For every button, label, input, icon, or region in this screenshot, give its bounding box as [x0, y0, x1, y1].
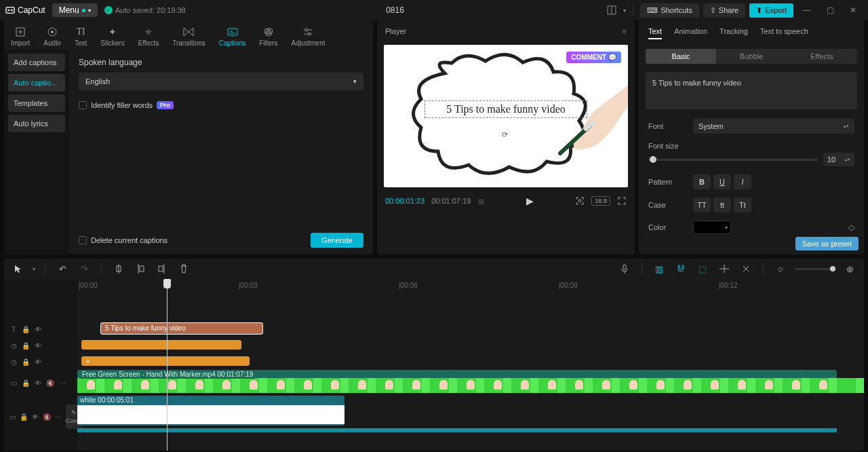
- tab-text[interactable]: TIText: [73, 23, 88, 50]
- split-button[interactable]: [111, 261, 126, 276]
- share-button[interactable]: ⇧ Share: [703, 3, 745, 18]
- sidebar-item-auto-lyrics[interactable]: Auto lyrics: [8, 115, 65, 132]
- lock-icon[interactable]: 🔒: [20, 413, 28, 421]
- color-picker[interactable]: ▾: [693, 221, 731, 234]
- eye-icon[interactable]: 👁: [34, 358, 42, 366]
- lock-icon[interactable]: 🔒: [22, 358, 30, 366]
- mute-icon[interactable]: 🔇: [43, 413, 51, 421]
- caption-text-input[interactable]: 5 Tips to make funny video: [646, 72, 857, 109]
- tab-text-to-speech[interactable]: Text to speech: [760, 27, 808, 39]
- playhead-handle[interactable]: [163, 279, 171, 288]
- tab-captions[interactable]: Captions: [218, 23, 247, 50]
- redo-button[interactable]: ↷: [77, 261, 92, 276]
- video-track-icon[interactable]: ▭: [9, 413, 16, 421]
- eye-icon[interactable]: 👁: [34, 326, 42, 333]
- case-title-button[interactable]: Tt: [734, 197, 751, 212]
- mute-icon[interactable]: 🔇: [46, 379, 54, 387]
- effect-clip[interactable]: ✦: [81, 356, 250, 366]
- video-track-icon[interactable]: ▭: [9, 379, 18, 387]
- chevron-down-icon[interactable]: ▾: [623, 7, 626, 14]
- zoom-out-icon[interactable]: ○: [773, 261, 788, 276]
- italic-button[interactable]: I: [734, 174, 751, 189]
- reset-icon[interactable]: ◇: [848, 223, 854, 232]
- language-select[interactable]: English ▾: [79, 73, 363, 90]
- bold-button[interactable]: B: [693, 174, 711, 189]
- fontsize-slider[interactable]: [648, 159, 818, 161]
- mic-icon[interactable]: [617, 261, 632, 276]
- magnet-icon[interactable]: [673, 261, 688, 276]
- maximize-button[interactable]: ▢: [821, 3, 840, 17]
- aspect-ratio[interactable]: 16:9: [591, 196, 610, 206]
- tab-effects[interactable]: ✧Effects: [137, 23, 160, 50]
- tab-transitions[interactable]: Transitions: [171, 23, 207, 50]
- sidebar-item-auto-captions[interactable]: Auto captio...: [8, 74, 65, 92]
- slider-thumb[interactable]: [830, 266, 835, 271]
- timeline-tracks[interactable]: |00:00 |00:03 |00:06 |00:09 |00:12 5 Tip…: [77, 279, 864, 451]
- eye-icon[interactable]: 👁: [34, 342, 42, 350]
- generate-button[interactable]: Generate: [311, 233, 363, 248]
- minimize-button[interactable]: —: [797, 3, 816, 17]
- zoom-slider[interactable]: [795, 268, 835, 270]
- sidebar-item-templates[interactable]: Templates: [8, 94, 65, 112]
- caption-clip[interactable]: 5 Tips to make funny video: [100, 322, 263, 335]
- split-right-button[interactable]: [155, 261, 170, 276]
- player-menu-icon[interactable]: ≡: [623, 27, 627, 35]
- shortcuts-button[interactable]: ⌨ Shortcuts: [640, 3, 698, 18]
- fontsize-input[interactable]: 10 ▴▾: [823, 153, 854, 166]
- playhead[interactable]: [167, 279, 167, 451]
- video-clip[interactable]: Free Green Screen - Hand With Marker.mp4…: [77, 370, 837, 393]
- lock-icon[interactable]: 🔒: [22, 326, 30, 333]
- chevron-down-icon[interactable]: ▾: [33, 266, 35, 272]
- time-ruler[interactable]: |00:00 |00:03 |00:06 |00:09 |00:12: [77, 279, 864, 294]
- stepper-icon[interactable]: ▴▾: [845, 157, 850, 162]
- main-track-toggle[interactable]: ▥: [652, 261, 667, 276]
- tab-filters[interactable]: Filters: [258, 23, 279, 50]
- clear-marker-icon[interactable]: [738, 261, 753, 276]
- case-upper-button[interactable]: TT: [693, 197, 711, 212]
- subtab-bubble[interactable]: Bubble: [716, 49, 787, 64]
- list-icon[interactable]: ≣: [477, 196, 485, 206]
- text-track-icon[interactable]: T: [9, 326, 18, 333]
- save-preset-button[interactable]: Save as preset: [795, 237, 859, 250]
- eye-icon[interactable]: 👁: [34, 379, 42, 387]
- slider-thumb[interactable]: [650, 156, 656, 163]
- delete-checkbox[interactable]: [79, 236, 87, 244]
- case-lower-button[interactable]: tt: [713, 197, 731, 212]
- subtab-effects[interactable]: Effects: [787, 49, 857, 64]
- link-icon[interactable]: ⬚: [695, 261, 710, 276]
- clock-icon[interactable]: ◷: [9, 358, 18, 366]
- subtab-basic[interactable]: Basic: [646, 49, 716, 64]
- tab-animation[interactable]: Animation: [674, 27, 707, 39]
- export-button[interactable]: ⬆ Export: [749, 3, 793, 18]
- tab-audio[interactable]: Audio: [42, 23, 62, 50]
- sidebar-item-add-captions[interactable]: Add captions: [8, 54, 65, 71]
- preview-axis-icon[interactable]: [717, 261, 732, 276]
- layout-icon[interactable]: [604, 3, 619, 18]
- undo-button[interactable]: ↶: [55, 261, 70, 276]
- zoom-fit-icon[interactable]: ⊕: [842, 261, 857, 276]
- bg-clip[interactable]: white 00:00:05:01: [77, 396, 344, 426]
- video-preview[interactable]: 5 Tips to make funny video ⟳ COMMENT 💬: [384, 45, 628, 187]
- tab-import[interactable]: Import: [9, 23, 31, 50]
- split-left-button[interactable]: [133, 261, 148, 276]
- lock-icon[interactable]: 🔒: [22, 342, 30, 350]
- selection-tool[interactable]: [11, 261, 26, 276]
- tab-tracking[interactable]: Tracking: [719, 27, 748, 39]
- scan-icon[interactable]: [575, 196, 585, 206]
- more-icon[interactable]: ⋯: [58, 379, 66, 387]
- tab-adjustment[interactable]: Adjustment: [290, 23, 326, 50]
- tab-text-props[interactable]: Text: [648, 27, 662, 39]
- bg-audio-strip[interactable]: [77, 428, 837, 432]
- fullscreen-icon[interactable]: [617, 196, 627, 206]
- underline-button[interactable]: U: [713, 174, 731, 189]
- font-select[interactable]: System ▴▾: [693, 119, 854, 134]
- tab-stickers[interactable]: ✦Stickers: [99, 23, 126, 50]
- lock-icon[interactable]: 🔒: [22, 379, 30, 387]
- more-icon[interactable]: ⋯: [55, 413, 62, 421]
- clock-icon[interactable]: ◷: [9, 342, 18, 350]
- filler-checkbox[interactable]: [79, 101, 87, 109]
- eye-icon[interactable]: 👁: [32, 413, 39, 421]
- menu-button[interactable]: Menu ▾: [52, 3, 98, 17]
- delete-button[interactable]: [176, 261, 191, 276]
- close-button[interactable]: ✕: [844, 3, 863, 17]
